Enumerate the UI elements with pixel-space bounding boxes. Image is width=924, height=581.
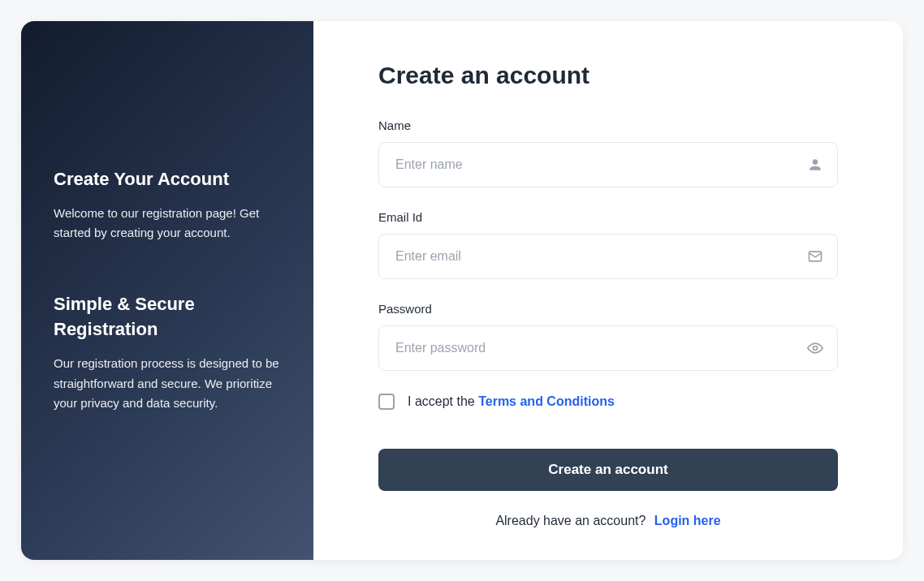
- name-input[interactable]: [378, 142, 838, 187]
- name-input-wrapper: [378, 142, 838, 187]
- email-group: Email Id: [378, 210, 838, 279]
- form-panel: Create an account Name Email Id Password: [313, 21, 903, 560]
- svg-point-1: [814, 346, 818, 351]
- form-title: Create an account: [378, 62, 838, 89]
- info-title-2: Simple & Secure Registration: [54, 292, 281, 342]
- info-text-2: Our registration process is designed to …: [54, 354, 281, 414]
- terms-text: I accept the Terms and Conditions: [408, 394, 615, 409]
- user-icon: [807, 157, 823, 173]
- password-input[interactable]: [378, 325, 838, 371]
- footer-text: Already have an account? Login here: [378, 514, 838, 528]
- email-input[interactable]: [378, 234, 838, 279]
- info-block-2: Simple & Secure Registration Our registr…: [54, 292, 281, 414]
- email-input-wrapper: [378, 234, 838, 279]
- info-title-1: Create Your Account: [54, 167, 281, 192]
- terms-link[interactable]: Terms and Conditions: [478, 394, 615, 408]
- sidebar: Create Your Account Welcome to our regis…: [21, 21, 313, 560]
- create-account-button[interactable]: Create an account: [378, 449, 838, 491]
- terms-checkbox[interactable]: [378, 394, 395, 410]
- password-group: Password: [378, 302, 838, 371]
- envelope-icon: [807, 248, 823, 265]
- password-input-wrapper: [378, 325, 838, 371]
- info-text-1: Welcome to our registration page! Get st…: [54, 204, 281, 244]
- password-label: Password: [378, 302, 838, 316]
- terms-row: I accept the Terms and Conditions: [378, 394, 838, 410]
- login-link[interactable]: Login here: [654, 514, 721, 527]
- eye-icon[interactable]: [807, 340, 823, 356]
- email-label: Email Id: [378, 210, 838, 224]
- terms-prefix: I accept the: [408, 394, 478, 408]
- name-group: Name: [378, 118, 838, 187]
- name-label: Name: [378, 118, 838, 132]
- footer-prefix: Already have an account?: [495, 514, 649, 527]
- info-block-1: Create Your Account Welcome to our regis…: [54, 167, 281, 243]
- registration-card: Create Your Account Welcome to our regis…: [21, 21, 903, 560]
